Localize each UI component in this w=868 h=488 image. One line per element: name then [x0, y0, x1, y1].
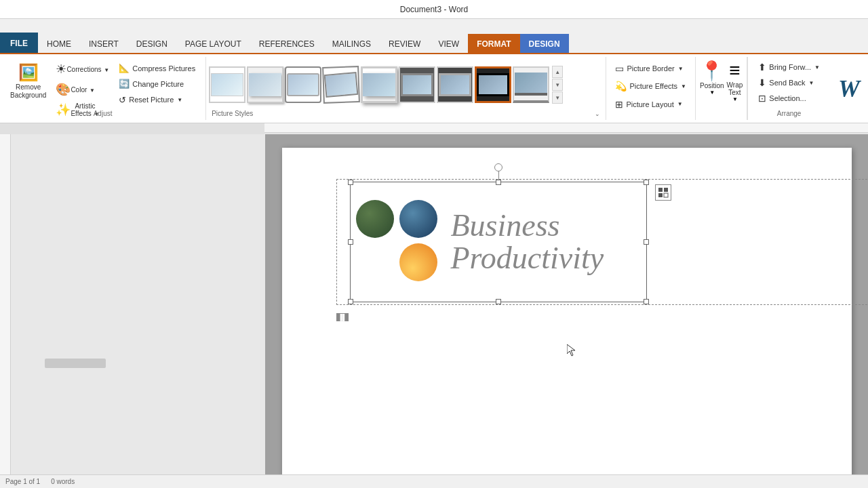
picture-layout-button[interactable]: ⊞ Picture Layout ▼ [610, 97, 691, 112]
status-bar: Page 1 of 1 0 words [0, 474, 868, 488]
tab-review[interactable]: REVIEW [380, 34, 429, 53]
remove-bg-icon: 🖼️ [18, 63, 39, 82]
handle-middle-left[interactable] [348, 239, 353, 245]
handle-bottom-left[interactable] [348, 299, 353, 304]
circle-green [356, 200, 394, 238]
color-dropdown-arrow: ▼ [90, 87, 95, 94]
circles-grid [356, 200, 440, 284]
layout-options-icon [658, 187, 669, 198]
ribbon: 🖼️ RemoveBackground ☀ Corrections ▼ 🎨 Co… [0, 54, 868, 123]
picture-border-dropdown-arrow: ▼ [678, 66, 684, 72]
position-button[interactable]: 📍 [700, 60, 724, 82]
bring-forward-icon: ⬆ [758, 62, 766, 73]
circle-blue [399, 200, 437, 238]
handle-bottom-center[interactable] [496, 299, 501, 304]
compress-icon: 📐 [119, 63, 130, 73]
gallery-scroll: ▲ ▼ ▼ [552, 66, 563, 104]
corrections-icon: ☀ [56, 62, 66, 77]
picture-styles-expand-icon[interactable]: ⌄ [595, 110, 600, 117]
title-bar: Document3 - Word [0, 0, 868, 19]
layout-options-button[interactable] [655, 184, 671, 201]
ruler-v [0, 134, 11, 488]
gallery-expand[interactable]: ▼ [552, 92, 563, 104]
ruler-h-left [0, 123, 264, 134]
ruler-h-main [264, 123, 868, 134]
style-thumb-7[interactable] [437, 66, 473, 103]
bring-forward-button[interactable]: ⬆ Bring Forw... ▼ [753, 60, 825, 75]
corrections-dropdown-arrow: ▼ [104, 67, 109, 73]
color-icon: 🎨 [56, 82, 71, 97]
handle-top-center[interactable] [496, 180, 501, 185]
picture-styles-group: ▲ ▼ ▼ Picture Styles ⌄ [206, 57, 606, 120]
style-thumb-6[interactable] [399, 66, 435, 103]
arrange-group: ⬆ Bring Forw... ▼ ⬇ Send Back ▼ ⊡ Select… [747, 57, 830, 120]
style-thumb-9[interactable] [513, 66, 549, 103]
picture-border-icon: ▭ [615, 63, 624, 74]
tab-mailings[interactable]: MAILINGS [323, 34, 380, 53]
context-tabs: PICTURE TOOLS HEADER & FOOTER TOOLS [0, 19, 868, 34]
circle-empty [356, 243, 394, 281]
handle-bottom-right[interactable] [644, 299, 649, 304]
gallery-scroll-down[interactable]: ▼ [552, 79, 563, 91]
send-back-icon: ⬇ [758, 77, 766, 88]
left-panel [11, 134, 265, 488]
selection-icon: ⊡ [758, 93, 766, 104]
reset-picture-dropdown-arrow: ▼ [177, 97, 182, 103]
tab-references[interactable]: REFERENCES [250, 34, 323, 53]
svg-rect-1 [658, 188, 663, 192]
word-count: 0 words [51, 478, 75, 485]
image-content: Business Productivity [356, 188, 641, 296]
tab-home[interactable]: HOME [38, 34, 80, 53]
document-title: Document3 - Word [400, 5, 468, 14]
tab-design2[interactable]: DESIGN [520, 34, 569, 53]
word-logo: W [838, 75, 860, 103]
circle-orange [399, 243, 437, 281]
wrap-text-button[interactable]: ≡ [729, 60, 740, 81]
change-picture-button[interactable]: 🔄 Change Picture [114, 77, 200, 91]
tab-view[interactable]: VIEW [429, 34, 468, 53]
corrections-button[interactable]: ☀ Corrections ▼ [52, 60, 113, 79]
arrange-label: Arrange [753, 110, 825, 117]
image-container[interactable]: Business Productivity [350, 182, 647, 302]
handle-top-right[interactable] [644, 180, 649, 185]
handle-top-left[interactable] [348, 180, 353, 185]
picture-effects-button[interactable]: 💫 Picture Effects ▼ [610, 79, 691, 94]
svg-rect-2 [664, 188, 668, 192]
tab-format[interactable]: FORMAT [468, 34, 519, 53]
tab-file[interactable]: FILE [0, 33, 38, 53]
gallery-scroll-up[interactable]: ▲ [552, 66, 563, 78]
reset-picture-button[interactable]: ↺ Reset Picture ▼ [114, 93, 200, 107]
picture-effects-dropdown-arrow: ▼ [681, 83, 686, 89]
rotate-handle[interactable] [494, 163, 502, 171]
bring-forward-dropdown-arrow: ▼ [814, 64, 820, 70]
mouse-cursor [567, 344, 578, 360]
compress-pictures-button[interactable]: 📐 Compress Pictures [114, 61, 200, 75]
picture-effects-icon: 💫 [615, 81, 627, 92]
main-content-area: Business Productivity [0, 134, 868, 488]
business-text: Business Productivity [451, 209, 604, 275]
tab-page-layout[interactable]: PAGE LAYOUT [176, 34, 250, 53]
style-thumb-5[interactable] [361, 66, 397, 103]
send-back-dropdown-arrow: ▼ [809, 80, 814, 86]
adjust-group: 🖼️ RemoveBackground ☀ Corrections ▼ 🎨 Co… [0, 57, 206, 120]
document-canvas[interactable]: Business Productivity [265, 134, 868, 488]
style-thumb-3[interactable] [285, 66, 321, 103]
picture-border-button[interactable]: ▭ Picture Border ▼ [610, 61, 691, 76]
tab-insert[interactable]: INSERT [80, 34, 127, 53]
selection-pane-button[interactable]: ⊡ Selection... [753, 91, 825, 106]
styles-gallery [209, 66, 549, 103]
style-thumb-1[interactable] [209, 66, 245, 103]
image-label: ▐▌ [336, 313, 349, 321]
color-button[interactable]: 🎨 Color ▼ [52, 80, 113, 99]
style-thumb-2[interactable] [247, 66, 283, 103]
picture-layout-dropdown-arrow: ▼ [677, 101, 683, 107]
style-thumb-8[interactable] [475, 66, 511, 103]
picture-layout-icon: ⊞ [615, 99, 623, 110]
handle-middle-right[interactable] [644, 239, 649, 245]
remove-background-button[interactable]: 🖼️ RemoveBackground [5, 60, 51, 103]
page-count: Page 1 of 1 [5, 478, 40, 485]
adjust-group-label: Adjust [5, 110, 200, 117]
tab-design[interactable]: DESIGN [127, 34, 176, 53]
style-thumb-4[interactable] [322, 66, 360, 104]
send-back-button[interactable]: ⬇ Send Back ▼ [753, 75, 825, 90]
